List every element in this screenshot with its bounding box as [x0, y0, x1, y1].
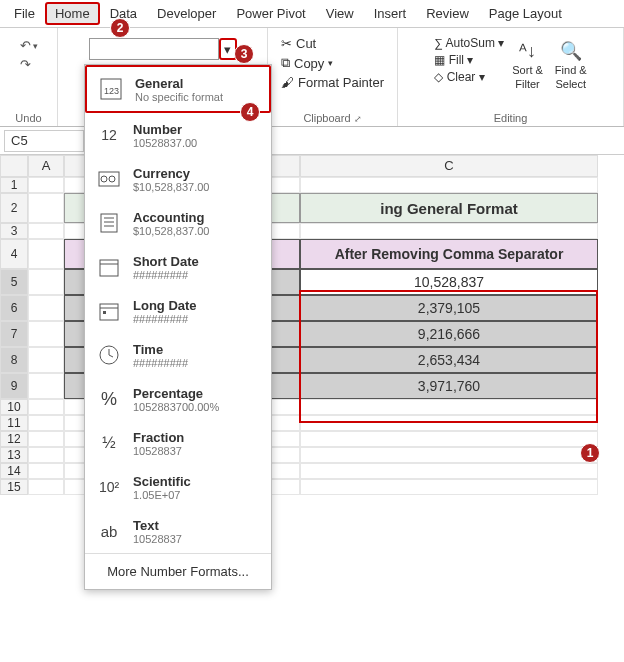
cell[interactable]	[28, 431, 64, 447]
format-label: Long Date	[133, 298, 197, 313]
sort-icon: ᴬ↓	[519, 40, 536, 62]
cell[interactable]	[300, 447, 598, 463]
col-header-c[interactable]: C	[300, 155, 598, 177]
row-header[interactable]: 15	[0, 479, 28, 495]
row-header[interactable]: 3	[0, 223, 28, 239]
format-label: Currency	[133, 166, 209, 181]
format-accounting[interactable]: Accounting$10,528,837.00	[85, 201, 271, 245]
format-currency[interactable]: Currency$10,528,837.00	[85, 157, 271, 201]
cell[interactable]: 10,528,837	[300, 269, 598, 295]
menu-review[interactable]: Review	[416, 2, 479, 25]
format-label: Fraction	[133, 430, 184, 445]
row-header[interactable]: 14	[0, 463, 28, 479]
callout-badge-3: 3	[234, 44, 254, 64]
menu-insert[interactable]: Insert	[364, 2, 417, 25]
name-box[interactable]: C5	[4, 130, 84, 152]
cell[interactable]	[28, 463, 64, 479]
cell[interactable]	[300, 479, 598, 495]
cell[interactable]	[28, 373, 64, 399]
fill-button[interactable]: ▦ Fill ▾	[434, 53, 504, 67]
row-header[interactable]: 13	[0, 447, 28, 463]
format-label: Accounting	[133, 210, 209, 225]
format-label: Time	[133, 342, 188, 357]
format-sub: #########	[133, 357, 188, 369]
cell[interactable]	[300, 463, 598, 479]
col-header-a[interactable]: A	[28, 155, 64, 177]
cell[interactable]	[28, 295, 64, 321]
cell[interactable]	[300, 223, 598, 239]
autosum-button[interactable]: ∑ AutoSum ▾	[434, 36, 504, 50]
menu-developer[interactable]: Developer	[147, 2, 226, 25]
sort-filter-button[interactable]: ᴬ↓ Sort &Filter	[512, 36, 543, 90]
cell[interactable]: 9,216,666	[300, 321, 598, 347]
cell[interactable]	[300, 415, 598, 431]
scientific-icon: 10²	[95, 473, 123, 501]
menu-pagelayout[interactable]: Page Layout	[479, 2, 572, 25]
cell[interactable]	[300, 177, 598, 193]
format-percentage[interactable]: % Percentage1052883700.00%	[85, 377, 271, 421]
cell[interactable]	[28, 399, 64, 415]
menu-file[interactable]: File	[4, 2, 45, 25]
format-label: Number	[133, 122, 197, 137]
cell[interactable]	[28, 347, 64, 373]
row-header[interactable]: 8	[0, 347, 28, 373]
cell[interactable]	[28, 269, 64, 295]
clock-icon	[95, 341, 123, 369]
callout-badge-1: 1	[580, 443, 600, 463]
row-header[interactable]: 10	[0, 399, 28, 415]
row-header[interactable]: 5	[0, 269, 28, 295]
row-header[interactable]: 11	[0, 415, 28, 431]
menu-powerpivot[interactable]: Power Pivot	[226, 2, 315, 25]
row-header[interactable]: 9	[0, 373, 28, 399]
undo-button[interactable]: ↶ ▾	[20, 38, 38, 53]
redo-button[interactable]: ↷	[20, 57, 38, 72]
find-select-button[interactable]: 🔍 Find &Select	[555, 36, 587, 90]
format-fraction[interactable]: ½ Fraction10528837	[85, 421, 271, 465]
cell[interactable]	[28, 415, 64, 431]
cell[interactable]	[28, 223, 64, 239]
format-painter-button[interactable]: 🖌Format Painter	[281, 75, 384, 90]
row-header[interactable]: 2	[0, 193, 28, 223]
format-label: Short Date	[133, 254, 199, 269]
format-shortdate[interactable]: Short Date#########	[85, 245, 271, 289]
menu-view[interactable]: View	[316, 2, 364, 25]
cell[interactable]	[28, 239, 64, 269]
menu-home[interactable]: Home	[45, 2, 100, 25]
cell[interactable]	[300, 399, 598, 415]
more-number-formats[interactable]: More Number Formats...	[85, 553, 271, 589]
cut-button[interactable]: ✂Cut	[281, 36, 316, 51]
cell[interactable]: After Removing Comma Separator	[300, 239, 598, 269]
cell[interactable]	[28, 177, 64, 193]
cell[interactable]	[28, 447, 64, 463]
cell[interactable]: 2,379,105	[300, 295, 598, 321]
row-header[interactable]: 6	[0, 295, 28, 321]
row-header[interactable]: 7	[0, 321, 28, 347]
copy-button[interactable]: ⧉Copy ▾	[281, 55, 333, 71]
format-label: General	[135, 76, 223, 91]
cell[interactable]	[28, 321, 64, 347]
row-header[interactable]: 1	[0, 177, 28, 193]
cell[interactable]	[28, 479, 64, 495]
cell[interactable]: 3,971,760	[300, 373, 598, 399]
format-text[interactable]: ab Text10528837	[85, 509, 271, 553]
number-format-box[interactable]	[89, 38, 219, 60]
format-sub: 1052883700.00%	[133, 401, 219, 413]
cell[interactable]: 2,653,434	[300, 347, 598, 373]
cell[interactable]	[300, 431, 598, 447]
currency-icon	[95, 165, 123, 193]
format-scientific[interactable]: 10² Scientific1.05E+07	[85, 465, 271, 509]
row-header[interactable]: 4	[0, 239, 28, 269]
cell[interactable]	[28, 193, 64, 223]
format-sub: $10,528,837.00	[133, 225, 209, 237]
svg-rect-5	[101, 214, 117, 232]
row-header[interactable]: 12	[0, 431, 28, 447]
format-sub: No specific format	[135, 91, 223, 103]
calendar-icon	[95, 297, 123, 325]
text-icon: ab	[95, 517, 123, 545]
clear-button[interactable]: ◇ Clear ▾	[434, 70, 504, 84]
format-longdate[interactable]: Long Date#########	[85, 289, 271, 333]
undo-group: ↶ ▾ ↷ Undo	[0, 28, 58, 126]
select-all[interactable]	[0, 155, 28, 177]
cell[interactable]: ing General Format	[300, 193, 598, 223]
format-time[interactable]: Time#########	[85, 333, 271, 377]
